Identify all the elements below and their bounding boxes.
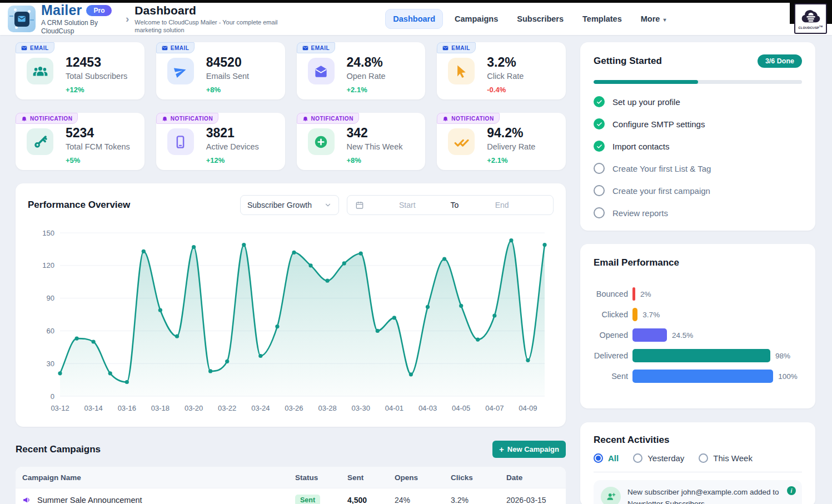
date-start-input[interactable]: Start — [364, 201, 451, 209]
nav-dashboard[interactable]: Dashboard — [385, 9, 443, 29]
metric-select[interactable]: Subscriber Growth — [240, 195, 339, 215]
badge-label: EMAIL — [171, 45, 190, 51]
stat-label: Delivery Rate — [487, 142, 535, 151]
cloud-icon — [800, 8, 821, 25]
paper-plane-icon — [173, 64, 188, 79]
cloudcusp-logo-text: CLOUDCUSPTM — [799, 25, 823, 29]
activity-item: New subscriber john@example.com added to… — [594, 480, 802, 504]
bar-label: Opened — [594, 331, 628, 340]
campaign-opens: 24% — [395, 496, 451, 504]
checklist-item[interactable]: Import contacts — [594, 135, 802, 157]
bar — [632, 370, 773, 383]
bar-row-clicked: Clicked3.7% — [594, 308, 802, 321]
column-header-date: Date — [506, 473, 559, 482]
cloudcusp-logo[interactable]: CLOUDCUSPTM — [794, 3, 827, 34]
bar-value: 24.5% — [672, 331, 693, 340]
badge-label: NOTIFICATION — [171, 116, 213, 122]
megaphone-icon — [22, 495, 32, 504]
campaign-row[interactable]: Summer Sale AnnouncementSent4,50024%3.2%… — [16, 488, 566, 504]
logo-circuit-dot — [14, 8, 17, 11]
radio-icon[interactable] — [633, 453, 642, 463]
filter-this-week[interactable]: This Week — [699, 453, 753, 463]
performance-overview-panel: Performance Overview Subscriber Growth S… — [16, 183, 566, 427]
bell-icon — [162, 116, 168, 122]
performance-title: Performance Overview — [28, 199, 130, 211]
filter-yesterday[interactable]: Yesterday — [633, 453, 684, 463]
column-header-opens: Opens — [395, 473, 451, 482]
checklist-label: Create your first campaign — [612, 186, 710, 196]
subscriber-growth-chart: 030609012015003-1203-1403-1603-1803-2003… — [28, 225, 554, 417]
svg-text:120: 120 — [42, 261, 54, 270]
svg-text:03-22: 03-22 — [218, 404, 236, 412]
breadcrumb-chevron-icon: › — [126, 13, 129, 25]
campaigns-table: Campaign NameStatusSentOpensClicksDate S… — [16, 467, 566, 504]
radio-icon[interactable] — [594, 453, 603, 463]
email-badge: EMAIL — [437, 42, 476, 53]
campaigns-table-header: Campaign NameStatusSentOpensClicksDate — [16, 467, 566, 488]
checklist-item[interactable]: Review reports — [594, 202, 802, 224]
svg-text:04-07: 04-07 — [485, 404, 504, 412]
stat-icon-box — [448, 58, 475, 84]
brand-tagline: A CRM Solution By CloudCusp — [41, 19, 124, 36]
checklist-item[interactable]: Create your first campaign — [594, 179, 802, 202]
checklist-label: Create Your first List & Tag — [612, 164, 711, 173]
campaign-name-text: Summer Sale Announcement — [37, 496, 142, 504]
campaign-name: Summer Sale Announcement — [22, 495, 295, 504]
notification-badge: NOTIFICATION — [156, 113, 218, 124]
notification-badge: NOTIFICATION — [16, 113, 78, 124]
radio-icon[interactable] — [699, 453, 708, 463]
stat-card-delivery-rate: NOTIFICATION94.2%Delivery Rate+2.1% — [437, 113, 566, 170]
stat-label: Total FCM Tokens — [66, 142, 130, 151]
svg-text:30: 30 — [47, 360, 54, 368]
checklist-item[interactable]: Create Your first List & Tag — [594, 157, 802, 179]
bell-icon — [442, 116, 449, 122]
stat-value: 12453 — [66, 56, 127, 69]
checklist-item[interactable]: Configure SMTP settings — [594, 113, 802, 135]
stat-label: Total Subscribers — [66, 72, 127, 81]
svg-text:03-18: 03-18 — [151, 404, 170, 412]
logo-circuit-trace — [9, 16, 13, 17]
badge-label: NOTIFICATION — [451, 116, 494, 122]
main-nav: DashboardCampaignsSubscribersTemplatesMo… — [385, 9, 673, 29]
svg-text:60: 60 — [47, 327, 54, 335]
stat-icon-box — [308, 58, 335, 84]
date-end-input[interactable]: End — [459, 201, 545, 209]
plus-circle-icon — [313, 134, 328, 149]
date-range-picker[interactable]: Start To End — [347, 195, 554, 215]
cursor-icon — [454, 64, 469, 79]
stat-value: 342 — [347, 127, 403, 139]
filter-label: Yesterday — [647, 453, 684, 463]
stat-icon-box — [308, 128, 335, 155]
bar-label: Sent — [594, 372, 628, 381]
bell-icon — [302, 116, 308, 122]
app-logo[interactable] — [8, 6, 36, 32]
bar — [632, 308, 637, 321]
bar-value: 100% — [778, 372, 798, 381]
nav-more[interactable]: More▾ — [634, 9, 674, 28]
badge-label: EMAIL — [451, 45, 470, 51]
nav-more-label: More — [641, 14, 660, 23]
notification-badge: NOTIFICATION — [437, 113, 499, 124]
svg-text:03-14: 03-14 — [84, 404, 103, 412]
nav-subscribers[interactable]: Subscribers — [510, 9, 571, 28]
caret-down-icon: ▾ — [663, 17, 666, 23]
bar-track: 2% — [632, 287, 802, 301]
recent-campaigns-title: Recent Campaigns — [16, 444, 101, 455]
stat-value: 84520 — [206, 56, 249, 69]
campaign-sent: 4,500 — [347, 496, 395, 504]
activity-text: New subscriber john@example.com added to… — [627, 487, 795, 504]
badge-label: NOTIFICATION — [311, 116, 353, 122]
info-icon[interactable]: i — [787, 486, 796, 495]
checklist-label: Configure SMTP settings — [612, 119, 705, 129]
nav-campaigns[interactable]: Campaigns — [447, 9, 505, 28]
envelope-icon — [302, 45, 308, 51]
user-plus-icon — [605, 491, 617, 503]
open-envelope-icon — [313, 64, 328, 79]
email-performance-title: Email Performance — [594, 257, 802, 268]
svg-text:04-05: 04-05 — [452, 404, 470, 412]
filter-all[interactable]: All — [594, 453, 619, 463]
nav-templates[interactable]: Templates — [575, 9, 629, 28]
checklist-item[interactable]: Set up your profile — [594, 91, 802, 113]
new-campaign-button[interactable]: + New Campaign — [492, 441, 566, 458]
stat-change: +2.1% — [487, 156, 535, 164]
